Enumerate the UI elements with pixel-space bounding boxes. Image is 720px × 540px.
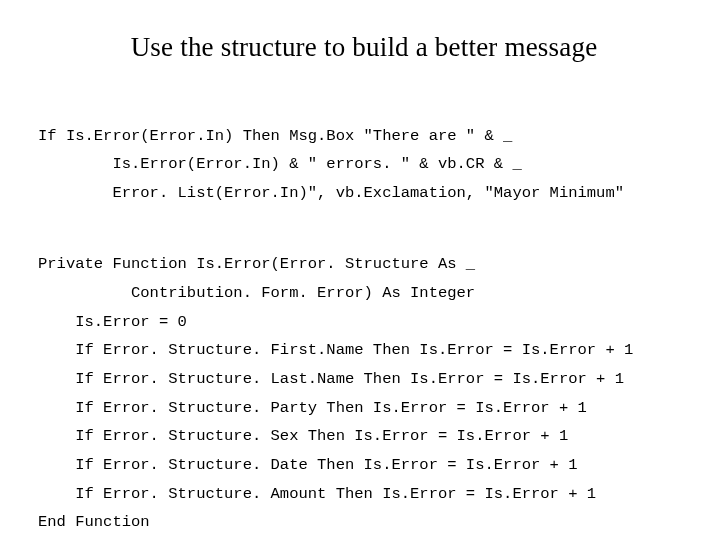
code-line: If Error. Structure. Date Then Is.Error … [38, 456, 578, 474]
code-line: If Is.Error(Error.In) Then Msg.Box "Ther… [38, 127, 512, 145]
code-line: Contribution. Form. Error) As Integer [38, 284, 475, 302]
code-block-1: If Is.Error(Error.In) Then Msg.Box "Ther… [38, 93, 690, 208]
code-line: Is.Error = 0 [38, 313, 187, 331]
code-line: Is.Error(Error.In) & " errors. " & vb.CR… [38, 155, 522, 173]
code-line: If Error. Structure. Sex Then Is.Error =… [38, 427, 568, 445]
code-line: Error. List(Error.In)", vb.Exclamation, … [38, 184, 624, 202]
code-line: If Error. Structure. Party Then Is.Error… [38, 399, 587, 417]
slide-title: Use the structure to build a better mess… [38, 32, 690, 63]
code-line: End Function [38, 513, 150, 531]
code-line: If Error. Structure. Amount Then Is.Erro… [38, 485, 596, 503]
slide: Use the structure to build a better mess… [0, 0, 720, 540]
code-block-2: Private Function Is.Error(Error. Structu… [38, 222, 690, 537]
code-line: If Error. Structure. First.Name Then Is.… [38, 341, 633, 359]
code-line: If Error. Structure. Last.Name Then Is.E… [38, 370, 624, 388]
code-line: Private Function Is.Error(Error. Structu… [38, 255, 475, 273]
